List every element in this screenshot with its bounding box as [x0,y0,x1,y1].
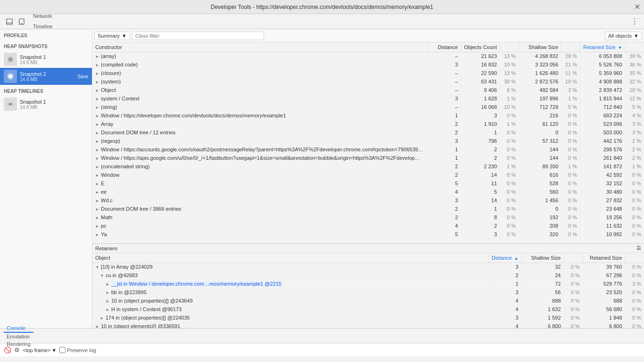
cell-shallow-size: 144 [519,154,561,162]
device-icon[interactable] [16,16,27,27]
th-objects-count[interactable]: Objects Count [461,42,500,52]
th-distance[interactable]: Distance [428,42,461,52]
expand-icon[interactable]: ► [95,80,101,84]
retainers-row[interactable]: ▼[10] in Array @224029 3 32 0 % 39 760 0… [92,263,644,271]
expand-icon[interactable]: ► [95,71,101,76]
expand-icon[interactable]: ► [95,215,101,220]
table-row[interactable]: ►Math 2 8 0 % 192 0 % 19 256 0 % [92,213,644,222]
cell-distance: 2 [428,120,461,128]
rcell-shallow-pct: 0 % [564,271,583,280]
frame-select[interactable]: <top frame> ▼ [23,347,57,353]
expand-icon[interactable]: ► [100,316,106,321]
table-row[interactable]: ►system / Context 3 1 628 1 % 197 896 1 … [92,94,644,103]
rcell-distance: 2 [488,271,521,280]
more-tools-icon[interactable]: ⋮ [629,17,640,26]
retainer-link[interactable]: __jsl in Window / developer.chrome.com…m… [111,281,281,287]
expand-icon[interactable]: ► [95,63,101,67]
expand-icon[interactable]: ► [95,139,101,144]
th-constructor[interactable]: Constructor [92,42,428,52]
expand-icon[interactable]: ► [95,54,101,59]
dock-icon[interactable] [4,16,15,27]
retainers-row[interactable]: ►__jsl in Window / developer.chrome.com…… [92,280,644,288]
bottom-tab-emulation[interactable]: Emulation [4,333,33,340]
snapshot-save-btn[interactable]: Save [77,74,88,79]
heap-snapshots-title: HEAP SNAPSHOTS [0,40,92,51]
table-row[interactable]: ►(regexp) 3 796 0 % 57 312 0 % 442 176 2… [92,137,644,145]
retainers-row[interactable]: ►10 in (object elements)[] @336591 4 6 8… [92,322,644,328]
expand-icon[interactable]: ► [106,307,111,312]
rth-object[interactable]: Object [92,253,488,263]
preserve-log-checkbox[interactable] [59,347,66,353]
table-row[interactable]: ►ee 4 5 0 % 560 0 % 30 480 0 % [92,188,644,196]
close-button[interactable]: ✕ [634,3,640,11]
sidebar-timeline-snapshot[interactable]: Snapshot 1 14.8 MB [0,96,92,113]
expand-icon[interactable]: ► [95,190,101,195]
rth-distance[interactable]: Distance ▲ [488,253,521,263]
preserve-log-label[interactable]: Preserve log [59,347,96,353]
table-row[interactable]: ►(system) – 63 431 38 % 2 872 576 19 % 4… [92,77,644,86]
expand-icon[interactable]: ► [106,282,111,287]
th-shallow-size[interactable]: Shallow Size [519,42,561,52]
table-row[interactable]: ►pc 4 2 0 % 208 0 % 11 632 0 % [92,222,644,230]
table-row[interactable]: ►(array) – 21 623 13 % 4 268 832 28 % 6 … [92,52,644,60]
expand-icon[interactable]: ► [106,290,111,295]
class-filter-input[interactable] [132,32,264,40]
sidebar-snapshot-snapshot-2[interactable]: Snapshot 2 14.8 MB Save [0,68,92,85]
expand-icon[interactable]: ► [95,165,101,169]
expand-icon[interactable]: ► [106,299,111,304]
bottom-tab-console[interactable]: Console [4,324,33,333]
th-retained-size[interactable]: Retained Size ▼ [580,42,625,52]
table-row[interactable]: ►(closure) – 22 590 13 % 1 626 480 11 % … [92,69,644,77]
expand-icon[interactable]: ► [95,148,101,152]
expand-icon[interactable]: ► [95,224,101,229]
retainers-row[interactable]: ►bb in @223895 3 56 0 % 23 520 0 % [92,288,644,296]
expand-icon[interactable]: ► [95,207,101,212]
cell-distance: 3 [428,137,461,145]
expand-icon[interactable]: ► [95,131,101,135]
cell-objects-count: 2 230 [461,162,500,171]
expand-icon[interactable]: ► [95,173,101,178]
all-objects-select[interactable]: All objects ▼ [605,32,642,40]
clear-console-icon[interactable]: 🚫 [4,346,11,354]
expand-icon[interactable]: ► [95,181,101,186]
table-row[interactable]: ►Wd.c 3 14 0 % 1 456 0 % 27 832 0 % [92,196,644,205]
table-row[interactable]: ►(compiled code) 3 16 832 10 % 3 323 056… [92,60,644,69]
expand-icon[interactable]: ▼ [100,273,106,278]
table-row[interactable]: ►Window / https://apis.google.com/u/0/se… [92,154,644,162]
cell-distance: 5 [428,230,461,239]
expand-icon[interactable]: ► [95,122,101,127]
sidebar-snapshot-snapshot-1[interactable]: Snapshot 1 14.6 MB [0,51,92,68]
retainers-row[interactable]: ▼cu in @42683 2 24 0 % 67 296 0 % [92,271,644,280]
expand-icon[interactable]: ► [95,88,101,93]
table-row[interactable]: ►E 5 11 0 % 528 0 % 32 152 0 % [92,179,644,188]
table-row[interactable]: ►(string) – 16 068 10 % 712 728 5 % 712 … [92,103,644,111]
retainers-row[interactable]: ►10 in (object properties)[] @243649 4 6… [92,296,644,305]
expand-icon[interactable]: ► [95,114,101,118]
table-row[interactable]: ►Document DOM tree / 12 entries 2 1 0 % … [92,128,644,137]
expand-icon[interactable]: ► [95,156,101,161]
table-row[interactable]: ►Window 2 14 0 % 616 0 % 42 592 0 % [92,171,644,179]
rth-retained-size[interactable]: Retained Size [583,253,625,263]
table-row[interactable]: ►Window / https://developer.chrome.com/d… [92,111,644,120]
retainers-row[interactable]: ►H in system / Context @96173 4 1 632 0 … [92,305,644,313]
expand-icon[interactable]: ► [95,232,101,237]
rth-shallow-size[interactable]: Shallow Size [521,253,564,263]
retainers-menu-icon[interactable]: ☰ [636,245,641,251]
expand-icon[interactable]: ▼ [95,265,101,270]
table-row[interactable]: ►(concatenated string) 2 2 230 1 % 89 20… [92,162,644,171]
table-row[interactable]: ►Object – 9 406 6 % 482 584 3 % 2 839 47… [92,86,644,94]
table-row[interactable]: ►Ya 5 3 0 % 320 0 % 10 992 0 % [92,230,644,239]
summary-select[interactable]: Summary ▼ [94,32,130,40]
expand-icon[interactable]: ► [95,198,101,203]
expand-icon[interactable]: ► [95,105,101,110]
expand-icon[interactable]: ► [95,324,101,328]
expand-icon[interactable]: ► [95,97,101,101]
retainers-row[interactable]: ►174 in (object properties)[] @224035 3 … [92,313,644,322]
table-row[interactable]: ►Window / https://accounts.google.com/o/… [92,145,644,154]
table-row[interactable]: ►Array 2 1 910 1 % 61 120 0 % 523 096 3 … [92,120,644,128]
cell-objects-pct: 0 % [500,196,519,205]
cell-shallow-size: 208 [519,222,561,230]
title-bar: Developer Tools - https://developer.chro… [0,0,644,14]
table-row[interactable]: ►Document DOM tree / 3866 entries 2 1 0 … [92,205,644,213]
filter-icon[interactable]: ⚙ [14,346,20,354]
